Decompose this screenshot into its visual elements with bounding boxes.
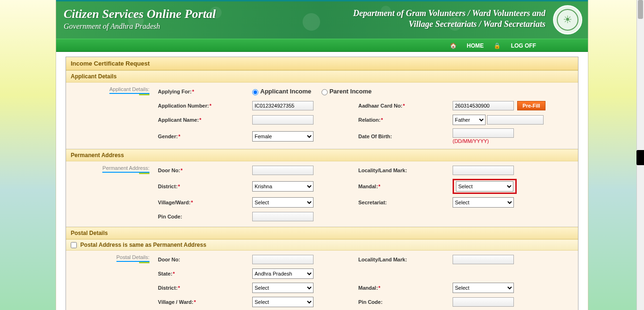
dob-hint: (DD/MM/YYYY)	[453, 138, 489, 144]
header-right: Department of Gram Volunteers / Ward Vol…	[353, 8, 545, 30]
scrollbar-thumb[interactable]	[638, 0, 643, 19]
post-village-label: Village / Ward:	[158, 299, 193, 305]
permanent-address-section: Permanent Address: Door No:* Locality/La…	[66, 161, 578, 227]
site-subtitle: Government of Andhra Pradesh	[64, 22, 216, 31]
radio-applicant-income-input[interactable]	[252, 89, 258, 95]
applicant-details-section: Applicant Details: Applying For:* Applic…	[66, 83, 578, 149]
radio-parent-income-input[interactable]	[322, 89, 328, 95]
perm-secretariat-select[interactable]: Select	[453, 197, 514, 208]
form-panel: Income Certificate Request Applicant Det…	[66, 57, 578, 310]
radio-parent-income[interactable]: Parent Income	[322, 88, 372, 95]
same-address-checkbox-label[interactable]: Postal Address is same as Permanent Addr…	[71, 242, 206, 248]
top-nav: 🏠 HOME 🔒 LOG OFF	[56, 39, 588, 52]
dob-label: Date Of Birth:	[358, 134, 392, 139]
post-mandal-select[interactable]: Select	[453, 283, 514, 293]
perm-doorno-label: Door No:	[158, 168, 180, 173]
relation-label: Relation:	[358, 117, 380, 123]
aadhaar-input[interactable]	[453, 101, 514, 110]
same-address-checkbox[interactable]	[71, 242, 77, 248]
site-title: Citizen Services Online Portal	[64, 7, 216, 21]
postal-side-label: Postal Details:	[66, 251, 153, 310]
site-header: Citizen Services Online Portal Governmen…	[56, 0, 588, 39]
post-locality-label: Locality/Land Mark:	[358, 257, 407, 262]
applying-for-label: Applying For:	[158, 89, 192, 94]
post-locality-input[interactable]	[453, 255, 514, 264]
applicant-name-label: Applicant Name:	[158, 117, 199, 123]
permanent-side-label: Permanent Address:	[66, 161, 153, 226]
perm-village-label: Village/Ward:	[158, 200, 190, 205]
app-number-input[interactable]	[252, 101, 314, 110]
side-widget[interactable]	[636, 150, 644, 165]
perm-secretariat-label: Secretariat:	[358, 200, 387, 205]
perm-village-select[interactable]: Select	[252, 197, 314, 208]
applicant-side-label: Applicant Details:	[66, 83, 153, 149]
header-left: Citizen Services Online Portal Governmen…	[64, 7, 216, 31]
post-state-select[interactable]: Andhra Pradesh	[252, 268, 314, 279]
post-state-label: State:	[158, 271, 173, 276]
relation-select[interactable]: Father	[453, 115, 486, 125]
post-district-select[interactable]: Select	[252, 283, 314, 293]
state-seal-icon: ☀	[553, 5, 582, 34]
perm-locality-label: Locality/Land Mark:	[358, 168, 407, 173]
post-doorno-input[interactable]	[252, 255, 314, 264]
dob-input[interactable]	[453, 128, 514, 138]
seal-inner-icon: ☀	[557, 9, 578, 31]
gender-select[interactable]: Female	[252, 131, 314, 142]
post-village-select[interactable]: Select	[252, 297, 314, 307]
perm-pincode-label: Pin Code:	[158, 214, 182, 219]
page-container: Citizen Services Online Portal Governmen…	[56, 0, 588, 310]
app-number-label: Application Number:	[158, 103, 209, 109]
post-district-label: District:	[158, 285, 178, 291]
perm-district-label: District:	[158, 184, 178, 189]
postal-details-section: Postal Details: Door No: Locality/Land M…	[66, 251, 578, 310]
perm-district-select[interactable]: Krishna	[252, 181, 314, 192]
gender-label: Gender:	[158, 134, 178, 139]
relation-name-input[interactable]	[487, 115, 544, 125]
radio-applicant-income[interactable]: Applicant Income	[252, 88, 311, 95]
applicant-name-input[interactable]	[252, 115, 314, 125]
perm-locality-input[interactable]	[453, 166, 514, 175]
department-line2: Village Secretariats / Ward Secretariats	[353, 19, 545, 30]
same-address-row: Postal Address is same as Permanent Addr…	[66, 239, 578, 251]
perm-mandal-select[interactable]: Select	[456, 181, 513, 192]
applicant-details-header: Applicant Details	[66, 70, 578, 83]
nav-home[interactable]: 🏠 HOME	[450, 42, 484, 49]
department-line1: Department of Gram Volunteers / Ward Vol…	[353, 8, 545, 19]
aadhaar-label: Aadhaar Card No:	[358, 103, 403, 109]
mandal-highlight-box: Select	[453, 179, 517, 194]
form-title: Income Certificate Request	[66, 57, 578, 70]
perm-mandal-label: Mandal:	[358, 184, 378, 189]
nav-logoff[interactable]: 🔒 LOG OFF	[494, 42, 536, 49]
permanent-address-header: Permanent Address	[66, 149, 578, 161]
post-mandal-label: Mandal:	[358, 285, 378, 291]
post-pincode-label: Pin Code:	[358, 299, 382, 305]
post-pincode-input[interactable]	[453, 297, 514, 307]
post-doorno-label: Door No:	[158, 257, 180, 262]
perm-pincode-input[interactable]	[252, 212, 314, 221]
postal-details-header: Postal Details	[66, 227, 578, 239]
prefill-button[interactable]: Pre-Fill	[517, 101, 545, 110]
perm-doorno-input[interactable]	[252, 166, 314, 175]
